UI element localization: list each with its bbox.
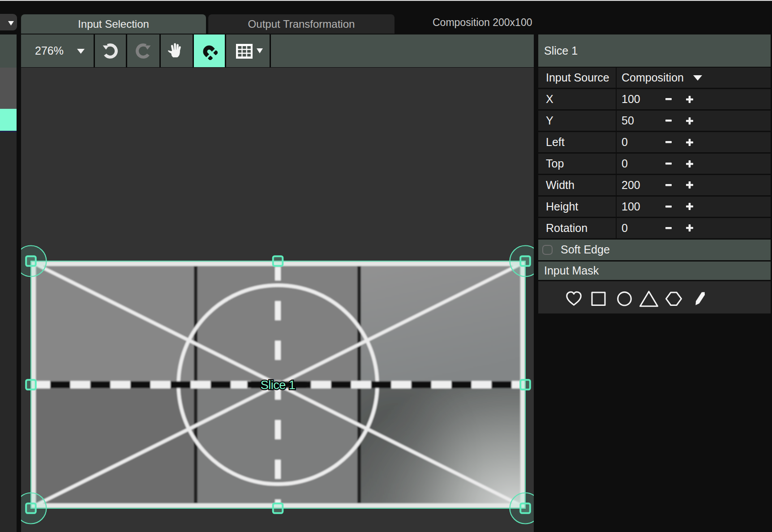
svg-text:Slice 1: Slice 1	[261, 378, 296, 392]
